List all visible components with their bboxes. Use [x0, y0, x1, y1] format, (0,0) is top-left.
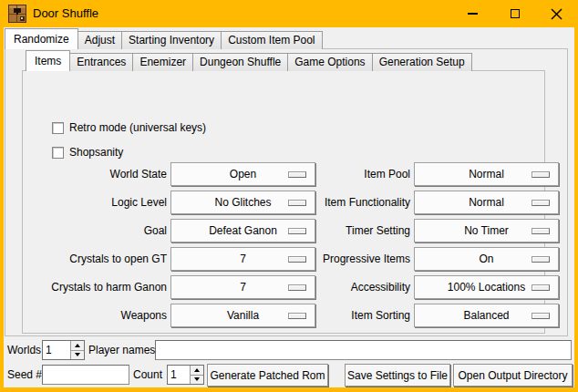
- shopsanity-checkbox[interactable]: [52, 147, 64, 159]
- timer-setting-dropdown[interactable]: No Timer: [414, 219, 559, 242]
- tab-generation-setup[interactable]: Generation Setup: [372, 53, 472, 71]
- world-state-label: World State: [46, 162, 167, 186]
- retro-mode-label: Retro mode (universal keys): [69, 121, 206, 134]
- item-functionality-value: Normal: [469, 196, 504, 209]
- tab-dungeon-shuffle[interactable]: Dungeon Shuffle: [192, 53, 288, 71]
- item-pool-value: Normal: [469, 168, 504, 181]
- minimize-button[interactable]: [455, 0, 490, 27]
- dropdown-indicator-icon: [532, 256, 550, 263]
- maximize-button[interactable]: [498, 0, 532, 27]
- progressive-items-label: Progressive Items: [256, 247, 410, 271]
- window-title: Door Shuffle: [33, 0, 98, 27]
- close-icon: [551, 8, 563, 20]
- dropdown-indicator-icon: [532, 284, 550, 291]
- shopsanity-label: Shopsanity: [69, 146, 123, 159]
- titlebar: Door Shuffle: [0, 0, 578, 27]
- spin-up-button[interactable]: [71, 341, 84, 350]
- worlds-spin-buttons: [70, 341, 84, 359]
- minimize-icon: [468, 13, 478, 15]
- crystals-gt-label: Crystals to open GT: [46, 247, 167, 271]
- count-spinner: [167, 365, 204, 385]
- goal-label: Goal: [46, 219, 167, 242]
- tab-randomize[interactable]: Randomize: [5, 28, 78, 49]
- progressive-items-value: On: [479, 253, 493, 265]
- tab-game-options[interactable]: Game Options: [287, 53, 372, 71]
- door-icon: [8, 5, 26, 23]
- worlds-spinner: [42, 340, 85, 360]
- worlds-label: Worlds: [7, 339, 41, 361]
- weapons-value: Vanilla: [227, 309, 259, 322]
- dropdown-indicator-icon: [532, 228, 550, 234]
- seed-input[interactable]: [42, 365, 129, 385]
- item-sorting-value: Balanced: [463, 309, 509, 322]
- inner-tab-bar: Items Entrances Enemizer Dungeon Shuffle…: [26, 50, 472, 71]
- tab-enemizer[interactable]: Enemizer: [132, 53, 193, 71]
- spin-down-button[interactable]: [191, 375, 203, 385]
- tab-entrances[interactable]: Entrances: [69, 53, 133, 71]
- accessibility-dropdown[interactable]: 100% Locations: [414, 275, 559, 299]
- weapons-label: Weapons: [46, 304, 167, 327]
- arrow-down-icon: [194, 377, 200, 381]
- client-area: Randomize Adjust Starting Inventory Cust…: [4, 27, 574, 387]
- item-pool-dropdown[interactable]: Normal: [414, 162, 559, 186]
- count-label: Count: [133, 364, 162, 386]
- retro-mode-checkbox[interactable]: [52, 122, 64, 134]
- generate-rom-button[interactable]: Generate Patched Rom: [207, 364, 328, 387]
- timer-setting-label: Timer Setting: [256, 219, 410, 242]
- spin-down-button[interactable]: [71, 350, 84, 360]
- count-input[interactable]: [168, 366, 190, 384]
- accessibility-label: Accessibility: [256, 275, 410, 299]
- item-pool-label: Item Pool: [256, 162, 410, 186]
- arrow-up-icon: [194, 368, 200, 372]
- count-spin-buttons: [190, 366, 203, 384]
- crystals-gt-value: 7: [240, 253, 246, 265]
- maximize-icon: [511, 9, 520, 18]
- outer-tab-bar: Randomize Adjust Starting Inventory Cust…: [5, 28, 323, 49]
- shopsanity-option: Shopsanity: [52, 145, 123, 160]
- arrow-up-icon: [75, 344, 80, 347]
- logic-level-label: Logic Level: [46, 191, 167, 214]
- timer-setting-value: No Timer: [464, 224, 509, 237]
- dropdown-indicator-icon: [532, 171, 550, 178]
- tab-custom-item-pool[interactable]: Custom Item Pool: [221, 31, 322, 49]
- progressive-items-dropdown[interactable]: On: [414, 247, 559, 271]
- arrow-down-icon: [75, 353, 80, 356]
- tab-items[interactable]: Items: [26, 50, 70, 71]
- worlds-input[interactable]: [43, 341, 70, 359]
- item-sorting-label: Item Sorting: [256, 304, 410, 327]
- player-names-input[interactable]: [155, 340, 572, 360]
- retro-mode-option: Retro mode (universal keys): [52, 120, 206, 135]
- item-functionality-dropdown[interactable]: Normal: [414, 191, 559, 214]
- tab-adjust[interactable]: Adjust: [77, 31, 122, 49]
- player-names-label: Player names: [88, 339, 155, 361]
- items-tab-panel: Retro mode (universal keys) Shopsanity W…: [22, 70, 545, 334]
- seed-label: Seed #: [7, 364, 42, 386]
- accessibility-value: 100% Locations: [448, 281, 525, 294]
- item-functionality-label: Item Functionality: [256, 191, 410, 214]
- spin-up-button[interactable]: [191, 366, 203, 375]
- item-sorting-dropdown[interactable]: Balanced: [414, 304, 559, 327]
- save-settings-button[interactable]: Save Settings to File: [345, 364, 450, 387]
- dropdown-indicator-icon: [532, 200, 550, 206]
- window: Door Shuffle Randomize Adjust Starting I…: [0, 0, 578, 392]
- tab-starting-inventory[interactable]: Starting Inventory: [121, 31, 222, 49]
- crystals-ganon-label: Crystals to harm Ganon: [46, 275, 167, 299]
- world-state-value: Open: [230, 168, 256, 181]
- dropdown-indicator-icon: [532, 313, 550, 319]
- close-button[interactable]: [539, 0, 573, 27]
- crystals-ganon-value: 7: [240, 281, 246, 294]
- open-output-button[interactable]: Open Output Directory: [453, 364, 573, 387]
